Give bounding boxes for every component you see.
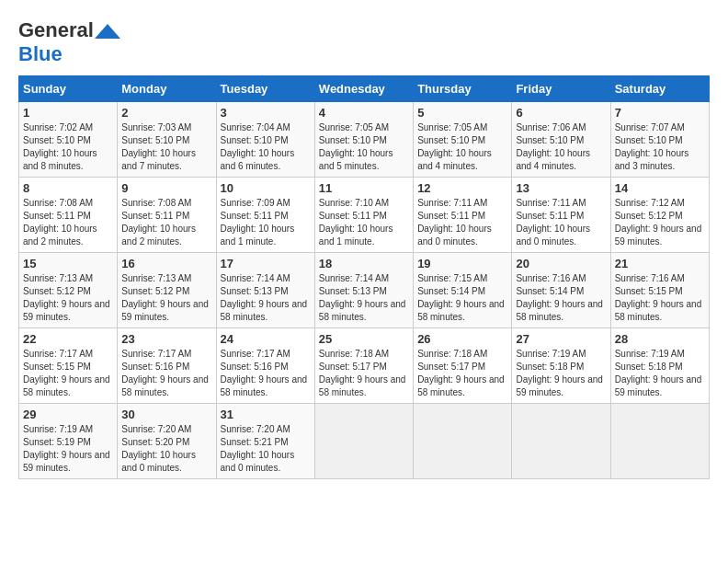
day-detail: Sunrise: 7:08 AMSunset: 5:11 PMDaylight:… — [121, 198, 196, 247]
svg-marker-0 — [95, 24, 120, 39]
week-row-4: 22 Sunrise: 7:17 AMSunset: 5:15 PMDaylig… — [19, 328, 710, 404]
day-detail: Sunrise: 7:09 AMSunset: 5:11 PMDaylight:… — [221, 198, 295, 247]
day-number: 2 — [121, 106, 211, 120]
calendar-cell: 2 Sunrise: 7:03 AMSunset: 5:10 PMDayligh… — [118, 102, 216, 178]
day-detail: Sunrise: 7:11 AMSunset: 5:11 PMDaylight:… — [417, 198, 492, 247]
week-row-3: 15 Sunrise: 7:13 AMSunset: 5:12 PMDaylig… — [19, 253, 710, 328]
day-number: 10 — [221, 181, 311, 195]
day-number: 27 — [516, 332, 606, 346]
week-row-2: 8 Sunrise: 7:08 AMSunset: 5:11 PMDayligh… — [19, 178, 710, 253]
day-detail: Sunrise: 7:10 AMSunset: 5:11 PMDaylight:… — [319, 198, 393, 247]
day-number: 1 — [23, 106, 113, 120]
calendar-cell: 17 Sunrise: 7:14 AMSunset: 5:13 PMDaylig… — [216, 253, 314, 328]
day-number: 11 — [319, 181, 409, 195]
header-day-friday: Friday — [512, 76, 610, 102]
day-detail: Sunrise: 7:04 AMSunset: 5:10 PMDaylight:… — [221, 122, 295, 171]
day-detail: Sunrise: 7:06 AMSunset: 5:10 PMDaylight:… — [516, 122, 590, 171]
logo-text: General — [18, 18, 121, 42]
day-detail: Sunrise: 7:02 AMSunset: 5:10 PMDaylight:… — [23, 122, 97, 171]
calendar-cell: 28 Sunrise: 7:19 AMSunset: 5:18 PMDaylig… — [610, 328, 709, 404]
header-day-wednesday: Wednesday — [314, 76, 413, 102]
calendar-cell: 20 Sunrise: 7:16 AMSunset: 5:14 PMDaylig… — [512, 253, 610, 328]
day-number: 20 — [516, 257, 606, 270]
calendar-cell: 30 Sunrise: 7:20 AMSunset: 5:20 PMDaylig… — [118, 404, 216, 479]
calendar-cell: 23 Sunrise: 7:17 AMSunset: 5:16 PMDaylig… — [118, 328, 216, 404]
calendar-cell: 24 Sunrise: 7:17 AMSunset: 5:16 PMDaylig… — [216, 328, 314, 404]
calendar-cell: 25 Sunrise: 7:18 AMSunset: 5:17 PMDaylig… — [314, 328, 413, 404]
day-number: 14 — [615, 181, 705, 195]
calendar-cell: 10 Sunrise: 7:09 AMSunset: 5:11 PMDaylig… — [216, 178, 314, 253]
calendar-cell: 5 Sunrise: 7:05 AMSunset: 5:10 PMDayligh… — [414, 102, 512, 178]
day-detail: Sunrise: 7:19 AMSunset: 5:19 PMDaylight:… — [23, 424, 110, 473]
day-number: 17 — [221, 257, 311, 270]
header-area: General Blue — [18, 18, 710, 66]
calendar-cell: 12 Sunrise: 7:11 AMSunset: 5:11 PMDaylig… — [414, 178, 512, 253]
day-detail: Sunrise: 7:18 AMSunset: 5:17 PMDaylight:… — [319, 349, 406, 397]
day-number: 5 — [417, 106, 507, 120]
header-day-monday: Monday — [118, 76, 216, 102]
day-detail: Sunrise: 7:14 AMSunset: 5:13 PMDaylight:… — [319, 273, 406, 322]
day-number: 31 — [221, 408, 311, 421]
day-detail: Sunrise: 7:05 AMSunset: 5:10 PMDaylight:… — [417, 122, 492, 171]
day-detail: Sunrise: 7:19 AMSunset: 5:18 PMDaylight:… — [615, 349, 702, 397]
calendar-cell: 11 Sunrise: 7:10 AMSunset: 5:11 PMDaylig… — [314, 178, 413, 253]
calendar-cell: 6 Sunrise: 7:06 AMSunset: 5:10 PMDayligh… — [512, 102, 610, 178]
header-row: SundayMondayTuesdayWednesdayThursdayFrid… — [19, 76, 710, 102]
header-day-thursday: Thursday — [414, 76, 512, 102]
day-detail: Sunrise: 7:18 AMSunset: 5:17 PMDaylight:… — [417, 349, 505, 397]
calendar-cell: 26 Sunrise: 7:18 AMSunset: 5:17 PMDaylig… — [414, 328, 512, 404]
day-number: 26 — [417, 332, 507, 346]
day-detail: Sunrise: 7:11 AMSunset: 5:11 PMDaylight:… — [516, 198, 590, 247]
day-detail: Sunrise: 7:20 AMSunset: 5:21 PMDaylight:… — [221, 424, 295, 473]
day-number: 3 — [221, 106, 311, 120]
day-number: 22 — [23, 332, 113, 346]
logo: General Blue — [18, 18, 121, 66]
day-number: 25 — [319, 332, 409, 346]
day-detail: Sunrise: 7:07 AMSunset: 5:10 PMDaylight:… — [615, 122, 689, 171]
calendar-cell — [314, 404, 413, 479]
calendar-cell — [512, 404, 610, 479]
day-number: 4 — [319, 106, 409, 120]
day-number: 21 — [615, 257, 705, 270]
day-detail: Sunrise: 7:12 AMSunset: 5:12 PMDaylight:… — [615, 198, 702, 247]
day-detail: Sunrise: 7:13 AMSunset: 5:12 PMDaylight:… — [121, 273, 209, 322]
calendar-cell: 3 Sunrise: 7:04 AMSunset: 5:10 PMDayligh… — [216, 102, 314, 178]
day-detail: Sunrise: 7:17 AMSunset: 5:15 PMDaylight:… — [23, 349, 110, 397]
calendar-cell: 7 Sunrise: 7:07 AMSunset: 5:10 PMDayligh… — [610, 102, 709, 178]
day-detail: Sunrise: 7:19 AMSunset: 5:18 PMDaylight:… — [516, 349, 603, 397]
header-day-saturday: Saturday — [610, 76, 709, 102]
day-number: 19 — [417, 257, 507, 270]
day-number: 23 — [121, 332, 211, 346]
calendar-cell: 22 Sunrise: 7:17 AMSunset: 5:15 PMDaylig… — [19, 328, 118, 404]
day-number: 6 — [516, 106, 606, 120]
day-number: 16 — [121, 257, 211, 270]
calendar-cell: 31 Sunrise: 7:20 AMSunset: 5:21 PMDaylig… — [216, 404, 314, 479]
day-detail: Sunrise: 7:14 AMSunset: 5:13 PMDaylight:… — [221, 273, 308, 322]
day-number: 8 — [23, 181, 113, 195]
day-detail: Sunrise: 7:17 AMSunset: 5:16 PMDaylight:… — [221, 349, 308, 397]
calendar-cell: 8 Sunrise: 7:08 AMSunset: 5:11 PMDayligh… — [19, 178, 118, 253]
day-number: 24 — [221, 332, 311, 346]
calendar-cell: 21 Sunrise: 7:16 AMSunset: 5:15 PMDaylig… — [610, 253, 709, 328]
calendar-cell: 4 Sunrise: 7:05 AMSunset: 5:10 PMDayligh… — [314, 102, 413, 178]
calendar-cell — [414, 404, 512, 479]
day-detail: Sunrise: 7:05 AMSunset: 5:10 PMDaylight:… — [319, 122, 393, 171]
week-row-1: 1 Sunrise: 7:02 AMSunset: 5:10 PMDayligh… — [19, 102, 710, 178]
header-day-tuesday: Tuesday — [216, 76, 314, 102]
calendar-cell: 16 Sunrise: 7:13 AMSunset: 5:12 PMDaylig… — [118, 253, 216, 328]
calendar-cell: 29 Sunrise: 7:19 AMSunset: 5:19 PMDaylig… — [19, 404, 118, 479]
day-number: 12 — [417, 181, 507, 195]
day-detail: Sunrise: 7:16 AMSunset: 5:15 PMDaylight:… — [615, 273, 702, 322]
day-detail: Sunrise: 7:03 AMSunset: 5:10 PMDaylight:… — [121, 122, 196, 171]
day-number: 29 — [23, 408, 113, 421]
calendar-cell: 15 Sunrise: 7:13 AMSunset: 5:12 PMDaylig… — [19, 253, 118, 328]
day-number: 7 — [615, 106, 705, 120]
week-row-5: 29 Sunrise: 7:19 AMSunset: 5:19 PMDaylig… — [19, 404, 710, 479]
day-detail: Sunrise: 7:20 AMSunset: 5:20 PMDaylight:… — [121, 424, 196, 473]
calendar-cell: 9 Sunrise: 7:08 AMSunset: 5:11 PMDayligh… — [118, 178, 216, 253]
calendar-cell: 18 Sunrise: 7:14 AMSunset: 5:13 PMDaylig… — [314, 253, 413, 328]
day-number: 30 — [121, 408, 211, 421]
day-detail: Sunrise: 7:17 AMSunset: 5:16 PMDaylight:… — [121, 349, 209, 397]
day-number: 28 — [615, 332, 705, 346]
calendar-cell: 1 Sunrise: 7:02 AMSunset: 5:10 PMDayligh… — [19, 102, 118, 178]
